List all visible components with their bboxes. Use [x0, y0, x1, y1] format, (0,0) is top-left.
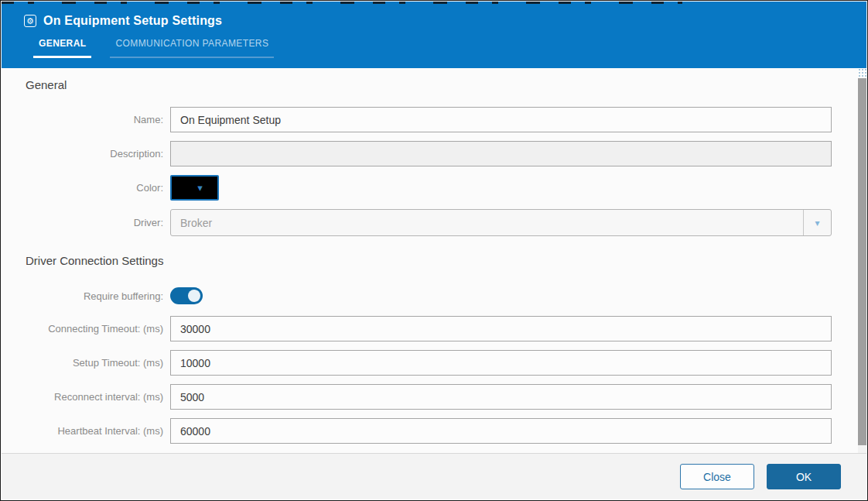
- name-input[interactable]: [170, 107, 832, 132]
- scrollbar-thumb[interactable]: [858, 78, 866, 445]
- general-section-heading: General: [26, 78, 858, 91]
- dialog-title: On Equipment Setup Settings: [43, 14, 222, 28]
- dialog-footer: Close OK: [2, 453, 866, 499]
- close-button[interactable]: Close: [680, 464, 754, 489]
- chevron-down-icon: ▾: [186, 183, 203, 193]
- name-label: Name:: [2, 114, 170, 125]
- reconnect-interval-input[interactable]: [170, 384, 832, 410]
- tab-bar: GENERAL COMMUNICATION PARAMETERS: [33, 38, 866, 58]
- description-label: Description:: [2, 148, 170, 160]
- chevron-down-icon: ▾: [815, 218, 819, 228]
- require-buffering-label: Require buffering:: [2, 290, 170, 302]
- vertical-scrollbar[interactable]: [858, 68, 866, 453]
- driver-row: Driver: Broker ▾: [2, 209, 858, 236]
- dialog-header: ⚙ On Equipment Setup Settings GENERAL CO…: [2, 2, 866, 68]
- driver-select[interactable]: Broker ▾: [170, 209, 832, 236]
- ok-button[interactable]: OK: [767, 464, 841, 489]
- connecting-timeout-input[interactable]: [170, 316, 832, 341]
- reconnect-interval-row: Reconnect interval: (ms): [2, 384, 858, 410]
- setup-timeout-row: Setup Timeout: (ms): [2, 350, 858, 376]
- heartbeat-interval-label: Heartbeat Interval: (ms): [2, 425, 170, 437]
- heartbeat-interval-input[interactable]: [170, 418, 832, 444]
- reconnect-interval-label: Reconnect interval: (ms): [2, 391, 170, 403]
- require-buffering-toggle[interactable]: [170, 287, 203, 304]
- color-picker-dropdown[interactable]: ▾: [170, 175, 219, 201]
- driver-label: Driver:: [2, 217, 170, 228]
- driver-dropdown-button[interactable]: ▾: [803, 210, 831, 235]
- driver-connection-settings-heading: Driver Connection Settings: [26, 254, 858, 267]
- dialog-body: General Name: Description: Color: ▾ Driv…: [2, 68, 858, 453]
- connecting-timeout-row: Connecting Timeout: (ms): [2, 316, 858, 341]
- description-input[interactable]: [170, 141, 832, 166]
- gear-icon: ⚙: [24, 15, 36, 27]
- driver-selected-value: Broker: [171, 217, 803, 229]
- tab-communication-parameters[interactable]: COMMUNICATION PARAMETERS: [110, 38, 274, 58]
- name-row: Name:: [2, 107, 858, 132]
- background-window-edge-artifacts: [2, 2, 682, 4]
- require-buffering-row: Require buffering:: [2, 287, 858, 304]
- connecting-timeout-label: Connecting Timeout: (ms): [2, 323, 170, 335]
- toggle-knob: [188, 290, 200, 302]
- color-row: Color: ▾: [2, 175, 858, 201]
- settings-dialog-window: ⚙ On Equipment Setup Settings GENERAL CO…: [0, 0, 868, 501]
- color-label: Color:: [2, 182, 170, 194]
- title-row: ⚙ On Equipment Setup Settings: [2, 2, 866, 28]
- setup-timeout-input[interactable]: [170, 350, 832, 376]
- tab-general[interactable]: GENERAL: [33, 38, 91, 58]
- scrollbar-dotted-grip: [858, 68, 866, 78]
- heartbeat-interval-row: Heartbeat Interval: (ms): [2, 418, 858, 444]
- description-row: Description:: [2, 141, 858, 166]
- setup-timeout-label: Setup Timeout: (ms): [2, 357, 170, 369]
